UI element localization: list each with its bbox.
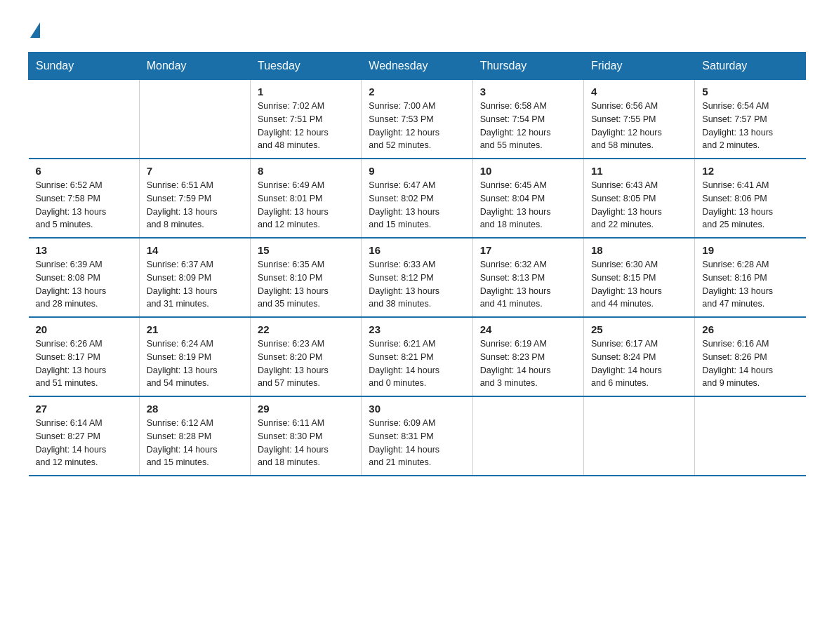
header-tuesday: Tuesday — [251, 53, 362, 80]
day-info: Sunrise: 6:58 AM Sunset: 7:54 PM Dayligh… — [480, 100, 576, 152]
day-number: 4 — [591, 86, 687, 98]
day-info: Sunrise: 6:23 AM Sunset: 8:20 PM Dayligh… — [258, 337, 354, 390]
day-info: Sunrise: 6:43 AM Sunset: 8:05 PM Dayligh… — [591, 179, 687, 232]
day-number: 10 — [480, 165, 576, 177]
calendar-cell: 3Sunrise: 6:58 AM Sunset: 7:54 PM Daylig… — [472, 80, 583, 159]
day-info: Sunrise: 6:49 AM Sunset: 8:01 PM Dayligh… — [258, 179, 354, 232]
day-number: 16 — [369, 244, 465, 256]
calendar-cell: 17Sunrise: 6:32 AM Sunset: 8:13 PM Dayli… — [472, 238, 583, 317]
calendar-week-row: 13Sunrise: 6:39 AM Sunset: 8:08 PM Dayli… — [29, 238, 806, 317]
day-info: Sunrise: 6:11 AM Sunset: 8:30 PM Dayligh… — [258, 417, 354, 469]
day-number: 11 — [591, 165, 687, 177]
day-info: Sunrise: 6:47 AM Sunset: 8:02 PM Dayligh… — [369, 179, 465, 232]
calendar-cell: 9Sunrise: 6:47 AM Sunset: 8:02 PM Daylig… — [362, 159, 472, 238]
day-number: 19 — [702, 244, 798, 256]
day-info: Sunrise: 6:54 AM Sunset: 7:57 PM Dayligh… — [702, 100, 798, 152]
day-number: 13 — [36, 244, 132, 256]
calendar-cell: 15Sunrise: 6:35 AM Sunset: 8:10 PM Dayli… — [251, 238, 362, 317]
header-friday: Friday — [583, 53, 694, 80]
logo — [28, 21, 40, 38]
calendar-cell — [139, 80, 250, 159]
calendar-cell — [583, 396, 694, 476]
calendar-week-row: 27Sunrise: 6:14 AM Sunset: 8:27 PM Dayli… — [29, 396, 806, 476]
day-number: 18 — [591, 244, 687, 256]
header-sunday: Sunday — [29, 53, 140, 80]
day-number: 3 — [480, 86, 576, 98]
header-saturday: Saturday — [695, 53, 806, 80]
day-number: 26 — [702, 323, 798, 335]
day-number: 21 — [147, 323, 243, 335]
calendar-cell: 18Sunrise: 6:30 AM Sunset: 8:15 PM Dayli… — [583, 238, 694, 317]
calendar-cell: 22Sunrise: 6:23 AM Sunset: 8:20 PM Dayli… — [251, 317, 362, 396]
day-number: 15 — [258, 244, 354, 256]
day-info: Sunrise: 6:45 AM Sunset: 8:04 PM Dayligh… — [480, 179, 576, 232]
day-number: 20 — [36, 323, 132, 335]
calendar-cell: 28Sunrise: 6:12 AM Sunset: 8:28 PM Dayli… — [139, 396, 250, 476]
day-number: 29 — [258, 403, 354, 415]
calendar-cell: 12Sunrise: 6:41 AM Sunset: 8:06 PM Dayli… — [695, 159, 806, 238]
day-number: 27 — [36, 403, 132, 415]
day-info: Sunrise: 6:33 AM Sunset: 8:12 PM Dayligh… — [369, 258, 465, 311]
day-info: Sunrise: 6:37 AM Sunset: 8:09 PM Dayligh… — [147, 258, 243, 311]
calendar-cell: 11Sunrise: 6:43 AM Sunset: 8:05 PM Dayli… — [583, 159, 694, 238]
day-number: 5 — [702, 86, 798, 98]
calendar-cell: 1Sunrise: 7:02 AM Sunset: 7:51 PM Daylig… — [251, 80, 362, 159]
header-monday: Monday — [139, 53, 250, 80]
calendar-cell: 25Sunrise: 6:17 AM Sunset: 8:24 PM Dayli… — [583, 317, 694, 396]
calendar-cell: 23Sunrise: 6:21 AM Sunset: 8:21 PM Dayli… — [362, 317, 472, 396]
day-number: 2 — [369, 86, 465, 98]
day-info: Sunrise: 6:24 AM Sunset: 8:19 PM Dayligh… — [147, 337, 243, 390]
calendar-cell — [472, 396, 583, 476]
day-number: 6 — [36, 165, 132, 177]
day-number: 12 — [702, 165, 798, 177]
calendar-cell: 7Sunrise: 6:51 AM Sunset: 7:59 PM Daylig… — [139, 159, 250, 238]
calendar-week-row: 6Sunrise: 6:52 AM Sunset: 7:58 PM Daylig… — [29, 159, 806, 238]
day-number: 7 — [147, 165, 243, 177]
calendar-table: SundayMondayTuesdayWednesdayThursdayFrid… — [28, 52, 806, 476]
calendar-cell: 24Sunrise: 6:19 AM Sunset: 8:23 PM Dayli… — [472, 317, 583, 396]
calendar-week-row: 20Sunrise: 6:26 AM Sunset: 8:17 PM Dayli… — [29, 317, 806, 396]
calendar-cell: 8Sunrise: 6:49 AM Sunset: 8:01 PM Daylig… — [251, 159, 362, 238]
header-wednesday: Wednesday — [362, 53, 472, 80]
calendar-cell: 2Sunrise: 7:00 AM Sunset: 7:53 PM Daylig… — [362, 80, 472, 159]
day-info: Sunrise: 6:16 AM Sunset: 8:26 PM Dayligh… — [702, 337, 798, 390]
day-info: Sunrise: 7:02 AM Sunset: 7:51 PM Dayligh… — [258, 100, 354, 152]
day-number: 25 — [591, 323, 687, 335]
day-info: Sunrise: 6:39 AM Sunset: 8:08 PM Dayligh… — [36, 258, 132, 311]
day-info: Sunrise: 6:21 AM Sunset: 8:21 PM Dayligh… — [369, 337, 465, 390]
day-info: Sunrise: 6:09 AM Sunset: 8:31 PM Dayligh… — [369, 417, 465, 469]
day-number: 22 — [258, 323, 354, 335]
calendar-cell: 21Sunrise: 6:24 AM Sunset: 8:19 PM Dayli… — [139, 317, 250, 396]
calendar-cell: 19Sunrise: 6:28 AM Sunset: 8:16 PM Dayli… — [695, 238, 806, 317]
day-info: Sunrise: 6:14 AM Sunset: 8:27 PM Dayligh… — [36, 417, 132, 469]
logo-triangle-icon — [30, 22, 40, 38]
calendar-cell: 16Sunrise: 6:33 AM Sunset: 8:12 PM Dayli… — [362, 238, 472, 317]
calendar-header-row: SundayMondayTuesdayWednesdayThursdayFrid… — [29, 53, 806, 80]
calendar-cell: 10Sunrise: 6:45 AM Sunset: 8:04 PM Dayli… — [472, 159, 583, 238]
header-thursday: Thursday — [472, 53, 583, 80]
day-info: Sunrise: 6:41 AM Sunset: 8:06 PM Dayligh… — [702, 179, 798, 232]
day-info: Sunrise: 6:17 AM Sunset: 8:24 PM Dayligh… — [591, 337, 687, 390]
calendar-cell: 26Sunrise: 6:16 AM Sunset: 8:26 PM Dayli… — [695, 317, 806, 396]
day-number: 14 — [147, 244, 243, 256]
calendar-cell: 4Sunrise: 6:56 AM Sunset: 7:55 PM Daylig… — [583, 80, 694, 159]
calendar-cell — [695, 396, 806, 476]
day-info: Sunrise: 6:28 AM Sunset: 8:16 PM Dayligh… — [702, 258, 798, 311]
day-info: Sunrise: 6:35 AM Sunset: 8:10 PM Dayligh… — [258, 258, 354, 311]
day-number: 24 — [480, 323, 576, 335]
calendar-cell: 20Sunrise: 6:26 AM Sunset: 8:17 PM Dayli… — [29, 317, 140, 396]
day-number: 28 — [147, 403, 243, 415]
day-info: Sunrise: 6:30 AM Sunset: 8:15 PM Dayligh… — [591, 258, 687, 311]
day-number: 23 — [369, 323, 465, 335]
day-number: 30 — [369, 403, 465, 415]
calendar-cell: 30Sunrise: 6:09 AM Sunset: 8:31 PM Dayli… — [362, 396, 472, 476]
calendar-cell — [29, 80, 140, 159]
day-info: Sunrise: 6:26 AM Sunset: 8:17 PM Dayligh… — [36, 337, 132, 390]
day-info: Sunrise: 6:12 AM Sunset: 8:28 PM Dayligh… — [147, 417, 243, 469]
calendar-cell: 6Sunrise: 6:52 AM Sunset: 7:58 PM Daylig… — [29, 159, 140, 238]
calendar-cell: 13Sunrise: 6:39 AM Sunset: 8:08 PM Dayli… — [29, 238, 140, 317]
day-info: Sunrise: 6:52 AM Sunset: 7:58 PM Dayligh… — [36, 179, 132, 232]
day-number: 1 — [258, 86, 354, 98]
calendar-cell: 5Sunrise: 6:54 AM Sunset: 7:57 PM Daylig… — [695, 80, 806, 159]
day-info: Sunrise: 6:56 AM Sunset: 7:55 PM Dayligh… — [591, 100, 687, 152]
